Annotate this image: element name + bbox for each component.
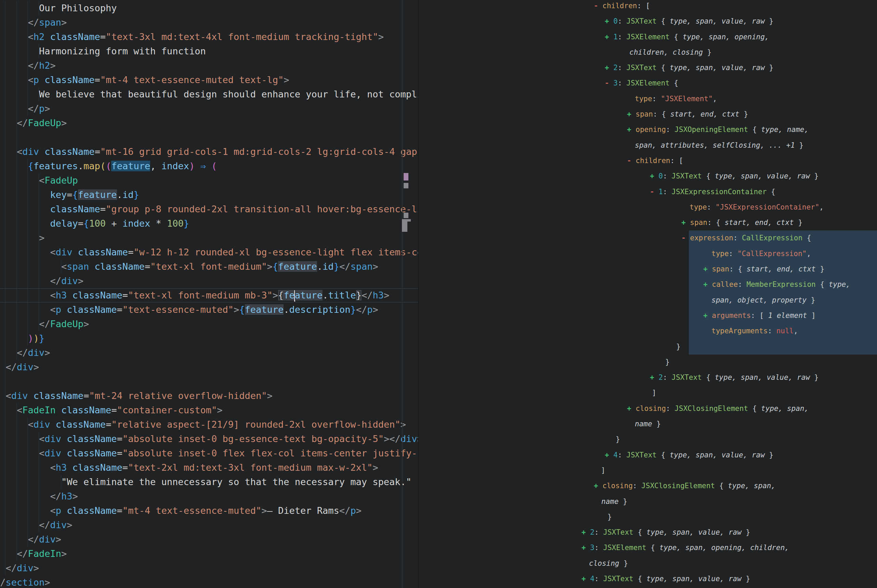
code-line-current[interactable]: <h3 className="text-xl font-medium mb-3"… <box>0 288 418 303</box>
code-line[interactable]: Our Philosophy <box>0 1 418 15</box>
ast-node-line[interactable]: name } <box>419 494 877 509</box>
code-line[interactable]: > <box>0 231 418 245</box>
ast-node-line[interactable]: + 4: JSXText { type, span, value, raw } <box>419 447 877 463</box>
code-line[interactable]: </div> <box>0 561 418 575</box>
ast-node-line[interactable]: + callee: MemberExpression { type, <box>419 277 877 292</box>
code-line[interactable]: <FadeUp <box>0 173 418 188</box>
code-line[interactable]: </div> <box>0 346 418 360</box>
collapse-toggle-icon[interactable]: - <box>605 79 613 87</box>
expand-toggle-icon[interactable]: + <box>581 528 590 536</box>
code-line[interactable]: Harmonizing form with function <box>0 44 418 58</box>
code-line[interactable]: <h3 className="text-2xl md:text-3xl font… <box>0 460 418 475</box>
expand-toggle-icon[interactable]: + <box>627 126 635 134</box>
ast-node-line[interactable]: type: "JSXElement", <box>419 91 877 106</box>
ast-node-line[interactable]: } <box>419 509 877 525</box>
overview-ruler[interactable] <box>402 0 418 588</box>
ast-node-line[interactable]: - 3: JSXElement { <box>419 75 877 91</box>
code-line[interactable]: </FadeIn> <box>0 547 418 561</box>
expand-toggle-icon[interactable]: + <box>605 451 613 459</box>
code-line[interactable]: ))} <box>0 331 418 346</box>
expand-toggle-icon[interactable]: + <box>703 280 712 288</box>
code-line[interactable]: </p> <box>0 102 418 116</box>
expand-toggle-icon[interactable]: + <box>703 311 712 320</box>
ast-node-line[interactable]: + 0: JSXText { type, span, value, raw } <box>419 168 877 184</box>
expand-toggle-icon[interactable]: + <box>681 219 690 226</box>
ast-node-line[interactable]: type: "JSXExpressionContainer", <box>419 200 877 215</box>
expand-toggle-icon[interactable]: + <box>605 33 613 41</box>
code-line[interactable]: key={feature.id} <box>0 188 418 202</box>
pane-divider[interactable] <box>418 0 419 588</box>
code-line[interactable]: <FadeIn className="container-custom"> <box>0 403 418 417</box>
code-line[interactable]: <span className="text-xl font-medium">{f… <box>0 260 418 274</box>
code-line[interactable] <box>0 374 418 389</box>
ast-node-line[interactable]: + span: { start, end, ctxt } <box>419 215 877 230</box>
collapse-toggle-icon[interactable]: - <box>627 157 635 165</box>
expand-toggle-icon[interactable]: + <box>594 482 602 490</box>
ast-node-line[interactable]: + 2: JSXText { type, span, value, raw } <box>419 525 877 540</box>
code-line[interactable]: <div className="mt-16 grid grid-cols-1 m… <box>0 145 418 159</box>
code-line[interactable]: <p className="mt-4 text-essence-muted">—… <box>0 504 418 518</box>
ast-tree-pane[interactable]: - children: [+ 0: JSXText { type, span, … <box>419 0 877 588</box>
ast-node-line[interactable]: span, object, property } <box>419 292 877 308</box>
expand-toggle-icon[interactable]: + <box>627 404 635 412</box>
code-line[interactable]: <div className="mt-24 relative overflow-… <box>0 389 418 403</box>
ast-node-line[interactable]: - children: [ <box>419 153 877 168</box>
ast-node-line[interactable]: + opening: JSXOpeningElement { type, nam… <box>419 122 877 137</box>
ast-node-line[interactable]: + 1: JSXElement { type, span, opening, <box>419 29 877 45</box>
ast-node-line[interactable]: span, attributes, selfClosing, ... +1 } <box>419 138 877 153</box>
code-line[interactable]: <div className="w-12 h-12 rounded-xl bg-… <box>0 245 418 260</box>
ast-node-line[interactable]: name } <box>419 416 877 432</box>
code-line[interactable]: </h3> <box>0 489 418 504</box>
ast-node-line[interactable]: + arguments: [ 1 element ] <box>419 308 877 323</box>
code-line[interactable]: </div> <box>0 274 418 288</box>
code-line[interactable]: <div className="relative aspect-[21/9] r… <box>0 417 418 432</box>
expand-toggle-icon[interactable]: + <box>703 265 712 273</box>
code-line[interactable]: <div className="absolute inset-0 bg-esse… <box>0 432 418 446</box>
ast-node-line[interactable]: } <box>419 432 877 447</box>
ast-node-line[interactable]: + 4: JSXText { type, span, value, raw } <box>419 571 877 586</box>
code-line[interactable]: <p className="mt-4 text-essence-muted te… <box>0 73 418 87</box>
code-line[interactable]: {features.map((feature, index) ⇒ ( <box>0 159 418 173</box>
expand-toggle-icon[interactable]: + <box>650 172 658 180</box>
ast-node-line[interactable]: + span: { start, end, ctxt } <box>419 106 877 122</box>
expand-toggle-icon[interactable]: + <box>605 64 613 72</box>
ast-node-line[interactable]: type: "CallExpression", <box>419 246 877 261</box>
ast-node-line[interactable]: - children: [ <box>419 0 877 14</box>
ast-node-line[interactable]: typeArguments: null, <box>419 323 877 339</box>
ast-node-line[interactable]: ] <box>419 463 877 478</box>
ast-node-line[interactable]: + closing: JSXClosingElement { type, spa… <box>419 478 877 494</box>
ast-node-line[interactable]: + closing: JSXClosingElement { type, spa… <box>419 401 877 416</box>
code-line[interactable]: </FadeUp> <box>0 116 418 130</box>
code-line[interactable]: We believe that beautiful design should … <box>0 87 418 102</box>
ast-node-line[interactable]: } <box>419 339 877 354</box>
code-line[interactable]: "We eliminate the unnecessary so that th… <box>0 475 418 489</box>
code-line[interactable]: </section> <box>0 575 418 588</box>
code-line[interactable]: className="group p-8 rounded-2xl transit… <box>0 202 418 216</box>
ast-node-line[interactable]: + 2: JSXText { type, span, value, raw } <box>419 370 877 385</box>
ast-node-line[interactable]: + span: { start, end, ctxt } <box>419 261 877 277</box>
collapse-toggle-icon[interactable]: - <box>594 2 602 10</box>
code-line[interactable]: <h2 className="text-3xl md:text-4xl font… <box>0 30 418 44</box>
expand-toggle-icon[interactable]: + <box>581 574 590 583</box>
code-line[interactable]: </div> <box>0 518 418 532</box>
code-line[interactable]: </span> <box>0 15 418 30</box>
ast-node-line[interactable]: } <box>419 354 877 370</box>
ast-node-line[interactable]: ] <box>419 385 877 400</box>
code-line[interactable]: </div> <box>0 360 418 374</box>
ast-node-line[interactable]: - 1: JSXExpressionContainer { <box>419 184 877 200</box>
code-line[interactable]: <p className="text-essence-muted">{featu… <box>0 303 418 317</box>
expand-toggle-icon[interactable]: + <box>605 17 613 25</box>
code-line[interactable]: </h2> <box>0 58 418 73</box>
ast-node-line[interactable]: + 2: JSXText { type, span, value, raw } <box>419 60 877 75</box>
expand-toggle-icon[interactable]: + <box>627 110 635 118</box>
expand-toggle-icon[interactable]: + <box>581 543 590 552</box>
ast-node-line[interactable]: + 3: JSXElement { type, span, opening, c… <box>419 540 877 555</box>
code-line[interactable] <box>0 130 418 145</box>
code-editor-pane[interactable]: Our Philosophy</span><h2 className="text… <box>0 0 418 588</box>
ast-node-line[interactable]: + 0: JSXText { type, span, value, raw } <box>419 14 877 29</box>
ast-node-line[interactable]: closing } <box>419 556 877 571</box>
code-line[interactable]: </FadeUp> <box>0 317 418 331</box>
ast-node-line[interactable]: - expression: CallExpression { <box>419 230 877 246</box>
expand-toggle-icon[interactable]: + <box>650 373 658 381</box>
collapse-toggle-icon[interactable]: - <box>681 234 690 242</box>
